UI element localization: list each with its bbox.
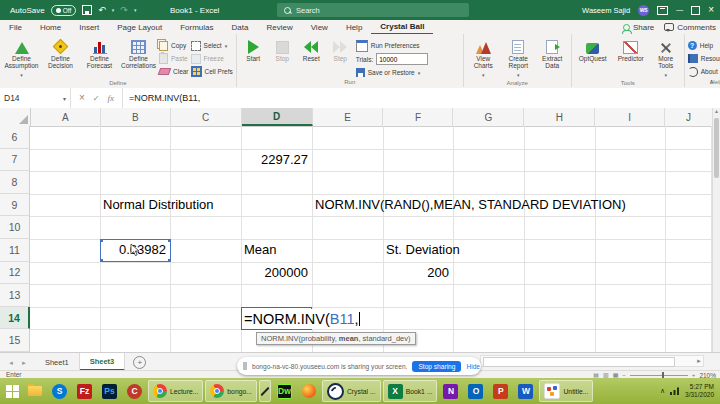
row-header-15[interactable]: 15 [0,329,30,352]
formula-input[interactable]: =NORM.INV(B11, [123,88,200,108]
network-signal-icon[interactable] [670,387,680,395]
photoshop-button[interactable]: Ps [98,380,121,402]
tab-page-layout[interactable]: Page Layout [108,20,171,34]
filezilla-button[interactable]: Fz [73,380,96,402]
row-header-11[interactable]: 11 [0,239,30,262]
insert-function-icon[interactable] [108,94,115,103]
row-header-7[interactable]: 7 [0,149,30,172]
column-header-i[interactable]: I [595,108,665,126]
next-sheet-icon[interactable] [21,358,27,367]
name-box-caret-icon[interactable] [63,93,66,103]
save-or-restore-button[interactable]: Save or Restore [356,67,460,78]
tab-data[interactable]: Data [223,20,258,34]
extract-data-button[interactable]: Extract Data [537,37,568,70]
row-header-12[interactable]: 12 [0,262,30,285]
close-icon[interactable] [708,5,714,15]
select-button[interactable]: Select [191,40,233,51]
collapse-ribbon-icon[interactable] [709,78,714,86]
row-header-9[interactable]: 9 [0,194,30,217]
column-header-e[interactable]: E [313,108,384,126]
define-assumption-button[interactable]: Define Assumption [3,37,40,79]
cells-area[interactable]: 2297.27 Normal Distribution NORM.INV(RAN… [30,126,712,352]
ribbon-display-options-icon[interactable] [657,6,668,15]
excel-book1-button[interactable]: X Book1 ... [383,380,438,402]
start-button[interactable]: Start [240,37,267,62]
new-sheet-icon[interactable] [133,356,146,369]
tab-formulas[interactable]: Formulas [171,20,222,34]
powerpoint-button[interactable]: P [489,380,512,402]
about-button[interactable]: About [688,66,720,77]
scroll-right-icon[interactable] [696,358,702,364]
tab-file[interactable]: File [0,20,31,34]
zoom-slider[interactable] [630,375,688,376]
stop-sharing-button[interactable]: Stop sharing [412,361,461,372]
column-header-g[interactable]: G [453,108,524,126]
cell-D14-edit-text[interactable]: =NORM.INV(B11, [244,309,361,329]
tab-review[interactable]: Review [257,20,301,34]
define-correlations-button[interactable]: Define Correlations [120,37,157,70]
paint-untitled-button[interactable]: Untitle... [539,380,593,402]
cell-F11[interactable]: St. Deviation [386,239,460,262]
chrome-window-lecture-button[interactable]: Lecture... [148,380,203,402]
outlook-button[interactable]: O [464,380,487,402]
column-header-a[interactable]: A [31,108,101,126]
scroll-up-icon[interactable] [713,108,720,114]
pen-tool-button[interactable] [259,380,271,402]
share-button[interactable]: Share [623,23,654,32]
horizontal-scrollbar[interactable] [480,355,704,367]
row-header-6[interactable]: 6 [0,126,30,149]
row-header-10[interactable]: 10 [0,216,30,239]
row-header-13[interactable]: 13 [0,284,30,307]
reset-button[interactable]: Reset [298,37,325,62]
word-button[interactable]: W [514,380,537,402]
undo-dropdown-caret-icon[interactable] [112,6,115,14]
ccleaner-button[interactable]: C [123,380,146,402]
taskbar-clock[interactable]: 5:27 PM 3/31/2020 [685,383,714,399]
column-header-b[interactable]: B [101,108,171,126]
cell-D14-edit-box[interactable]: =NORM.INV(B11, [241,307,312,330]
column-header-j[interactable]: J [665,108,712,126]
column-header-d[interactable]: D [242,108,313,126]
onenote-button[interactable]: N [439,380,462,402]
tray-expand-icon[interactable] [660,387,665,395]
vertical-scrollbar[interactable] [712,108,720,352]
save-icon[interactable] [82,5,92,15]
resources-button[interactable]: Resources [688,53,720,64]
cell-prefs-button[interactable]: Cell Prefs [191,66,233,77]
help-button[interactable]: Help [688,40,720,51]
dreamweaver-button[interactable]: Dw [273,380,296,402]
previous-sheet-icon[interactable] [8,358,14,367]
tab-home[interactable]: Home [31,20,70,34]
row-header-8[interactable]: 8 [0,171,30,194]
trials-input[interactable] [376,53,428,65]
customize-qat-caret-icon[interactable] [134,6,137,14]
tab-view[interactable]: View [302,20,337,34]
define-decision-button[interactable]: Define Decision [42,37,79,70]
avatar[interactable]: WS [638,5,649,16]
enter-icon[interactable] [93,94,100,103]
sheet-tab-sheet1[interactable]: Sheet1 [35,353,80,371]
tab-insert[interactable]: Insert [70,20,108,34]
autosave-toggle[interactable]: Off [51,5,77,16]
cell-B9[interactable]: Normal Distribution [103,194,214,217]
skype-button[interactable]: S [48,380,71,402]
cell-E9[interactable]: NORM.INV(RAND(),MEAN, STANDARD DEVIATION… [315,194,626,217]
define-forecast-button[interactable]: Define Forecast [81,37,118,70]
copy-button[interactable]: Copy [159,40,189,51]
name-box[interactable]: D14 [0,88,71,108]
cell-D7[interactable]: 2297.27 [241,149,308,172]
comments-button[interactable]: Comments [664,23,716,32]
clear-button[interactable]: Clear [159,66,189,77]
view-charts-button[interactable]: View Charts [467,37,500,79]
cell-F12[interactable]: 200 [383,262,449,285]
column-header-c[interactable]: C [171,108,242,126]
cancel-icon[interactable] [79,93,85,103]
cell-D11[interactable]: Mean [244,239,277,262]
chrome-window-bongo-button[interactable]: bongo... [205,380,257,402]
firefox-button[interactable] [298,380,320,402]
row-header-14[interactable]: 14 [0,307,30,330]
crystal-ball-app-button[interactable]: Crystal ... [322,380,381,402]
tab-help[interactable]: Help [337,20,371,34]
user-name[interactable]: Waseem Sajid [582,6,630,15]
undo-icon[interactable] [98,6,106,15]
